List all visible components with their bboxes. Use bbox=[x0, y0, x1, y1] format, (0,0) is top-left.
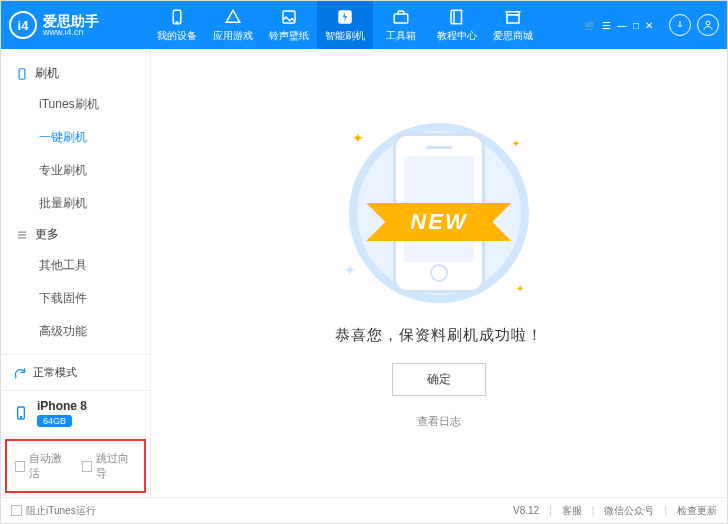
checkbox-label: 跳过向导 bbox=[96, 451, 136, 481]
ribbon-text: NEW bbox=[388, 203, 489, 241]
app-logo: i4 爱思助手 www.i4.cn bbox=[9, 11, 149, 39]
download-icon[interactable] bbox=[669, 14, 691, 36]
tab-ringtones[interactable]: 铃声壁纸 bbox=[261, 1, 317, 49]
sidebar-section-more[interactable]: 更多 bbox=[1, 220, 150, 249]
apps-icon bbox=[224, 8, 242, 26]
sidebar-item-oneclick-flash[interactable]: 一键刷机 bbox=[1, 121, 150, 154]
flash-options-highlight: 自动激活 跳过向导 bbox=[5, 439, 146, 493]
tab-flash[interactable]: 智能刷机 bbox=[317, 1, 373, 49]
cart-icon[interactable]: 🛒 bbox=[584, 20, 596, 31]
sidebar-item-advanced[interactable]: 高级功能 bbox=[1, 315, 150, 348]
svg-point-6 bbox=[706, 21, 710, 25]
tab-label: 教程中心 bbox=[437, 29, 477, 43]
tab-label: 爱思商城 bbox=[493, 29, 533, 43]
checkbox-icon bbox=[82, 461, 92, 472]
svg-rect-7 bbox=[19, 68, 25, 79]
logo-badge-icon: i4 bbox=[9, 11, 37, 39]
book-icon bbox=[448, 8, 466, 26]
success-graphic: ✦ ✦ ✦ ✦ NEW bbox=[324, 118, 554, 308]
titlebar: i4 爱思助手 www.i4.cn 我的设备 应用游戏 铃声壁纸 智能刷机 工具… bbox=[1, 1, 727, 49]
sidebar-item-pro-flash[interactable]: 专业刷机 bbox=[1, 154, 150, 187]
checkbox-skip-wizard[interactable]: 跳过向导 bbox=[82, 451, 137, 481]
tab-label: 铃声壁纸 bbox=[269, 29, 309, 43]
checkbox-label: 自动激活 bbox=[29, 451, 69, 481]
minimize-icon[interactable]: — bbox=[617, 20, 627, 31]
close-icon[interactable]: ✕ bbox=[645, 20, 653, 31]
version-label: V8.12 bbox=[513, 505, 539, 516]
sidebar-section-flash[interactable]: 刷机 bbox=[1, 59, 150, 88]
checkbox-block-itunes[interactable]: 阻止iTunes运行 bbox=[11, 504, 96, 518]
main-content: ✦ ✦ ✦ ✦ NEW 恭喜您，保资料刷机成功啦！ 确定 查看日志 bbox=[151, 49, 727, 497]
svg-rect-4 bbox=[394, 14, 408, 23]
check-update-link[interactable]: 检查更新 bbox=[677, 504, 717, 518]
checkbox-auto-activate[interactable]: 自动激活 bbox=[15, 451, 70, 481]
tab-label: 工具箱 bbox=[386, 29, 416, 43]
sidebar-item-itunes-flash[interactable]: iTunes刷机 bbox=[1, 88, 150, 121]
success-message: 恭喜您，保资料刷机成功啦！ bbox=[335, 326, 543, 345]
svg-point-12 bbox=[20, 416, 21, 417]
mode-label: 正常模式 bbox=[33, 365, 77, 380]
window-controls: 🛒 ☰ — □ ✕ bbox=[584, 14, 719, 36]
sidebar-item-batch-flash[interactable]: 批量刷机 bbox=[1, 187, 150, 220]
tab-label: 智能刷机 bbox=[325, 29, 365, 43]
menu-icon[interactable]: ☰ bbox=[602, 20, 611, 31]
store-icon bbox=[504, 8, 522, 26]
device-name: iPhone 8 bbox=[37, 399, 87, 413]
phone-icon bbox=[15, 67, 29, 81]
ok-button[interactable]: 确定 bbox=[392, 363, 486, 396]
wechat-link[interactable]: 微信公众号 bbox=[604, 504, 654, 518]
tab-label: 我的设备 bbox=[157, 29, 197, 43]
view-log-link[interactable]: 查看日志 bbox=[417, 414, 461, 429]
device-icon bbox=[168, 8, 186, 26]
support-link[interactable]: 客服 bbox=[562, 504, 582, 518]
phone-device-icon bbox=[13, 405, 29, 421]
tab-tutorials[interactable]: 教程中心 bbox=[429, 1, 485, 49]
checkbox-icon bbox=[15, 461, 25, 472]
section-title: 更多 bbox=[35, 226, 59, 243]
tab-label: 应用游戏 bbox=[213, 29, 253, 43]
sidebar-item-download-firmware[interactable]: 下载固件 bbox=[1, 282, 150, 315]
device-info[interactable]: iPhone 8 64GB bbox=[1, 390, 150, 435]
app-url: www.i4.cn bbox=[43, 28, 99, 37]
flash-icon bbox=[336, 8, 354, 26]
sidebar: 刷机 iTunes刷机 一键刷机 专业刷机 批量刷机 更多 其他工具 下载固件 … bbox=[1, 49, 151, 497]
top-nav: 我的设备 应用游戏 铃声壁纸 智能刷机 工具箱 教程中心 爱思商城 bbox=[149, 1, 541, 49]
app-name: 爱思助手 bbox=[43, 14, 99, 28]
list-icon bbox=[15, 228, 29, 242]
device-storage: 64GB bbox=[37, 415, 72, 427]
tab-store[interactable]: 爱思商城 bbox=[485, 1, 541, 49]
maximize-icon[interactable]: □ bbox=[633, 20, 639, 31]
tab-toolbox[interactable]: 工具箱 bbox=[373, 1, 429, 49]
user-icon[interactable] bbox=[697, 14, 719, 36]
wallpaper-icon bbox=[280, 8, 298, 26]
tab-my-device[interactable]: 我的设备 bbox=[149, 1, 205, 49]
sidebar-item-other-tools[interactable]: 其他工具 bbox=[1, 249, 150, 282]
refresh-icon bbox=[13, 366, 27, 380]
checkbox-label: 阻止iTunes运行 bbox=[26, 504, 96, 518]
toolbox-icon bbox=[392, 8, 410, 26]
checkbox-icon bbox=[11, 505, 22, 516]
section-title: 刷机 bbox=[35, 65, 59, 82]
new-ribbon-icon: NEW bbox=[388, 203, 489, 241]
tab-apps[interactable]: 应用游戏 bbox=[205, 1, 261, 49]
statusbar: 阻止iTunes运行 V8.12| 客服| 微信公众号| 检查更新 bbox=[1, 497, 727, 523]
device-mode[interactable]: 正常模式 bbox=[1, 354, 150, 390]
svg-rect-2 bbox=[283, 11, 295, 23]
